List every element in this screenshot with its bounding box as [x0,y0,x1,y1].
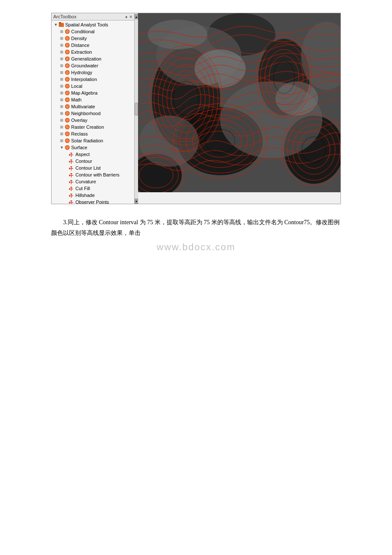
root-label: Spatial Analyst Tools [65,22,133,27]
toolbox-scrollbar[interactable]: ▲ ▼ [135,13,138,204]
tree-item-multivariate[interactable]: ⊞ Multivariate [52,103,134,110]
svg-point-8 [66,44,69,47]
item-multivariate-label: Multivariate [71,104,133,109]
tree-item-cut-fill[interactable]: ⚒ Cut Fill [52,185,134,192]
item-hydrology-label: Hydrology [71,70,133,75]
page-wrapper: ArcToolbox ♦ ✕ ▼ [0,0,392,555]
tree-item-contour-list[interactable]: ⚒ Contour List [52,165,134,171]
paragraph-section: 3.同上，修改 Contour interval 为 75 米，提取等高距为 7… [51,213,341,257]
svg-point-14 [66,64,69,67]
root-icon [58,22,64,28]
tree-item-local[interactable]: ⊞ Local [52,83,134,90]
titlebar-buttons: ♦ ✕ [125,14,133,19]
item-overlay-label: Overlay [71,118,133,123]
item-math-label: Math [71,97,133,102]
topo-map-svg [138,13,340,192]
item-local-label: Local [71,84,133,89]
tree-item-map-algebra[interactable]: ⊞ Map Algebra [52,90,134,96]
tree-item-math[interactable]: ⊞ Math [52,96,134,103]
item-aspect-label: Aspect [75,152,133,157]
toolbox-tree: ▼ Spatial Analyst Tools ⊞ [52,20,134,204]
svg-point-26 [66,105,69,108]
tree-item-interpolation[interactable]: ⊞ Interpolation [52,76,134,83]
item-observer-points-label: Observer Points [75,199,133,204]
tree-item-hydrology[interactable]: ⊞ Hydrology [52,69,134,76]
tree-item-solar-radiation[interactable]: ⊞ Solar Radiation [52,137,134,144]
item-extraction-label: Extraction [71,49,133,55]
svg-point-34 [66,133,69,136]
svg-point-18 [66,78,69,81]
tree-item-density[interactable]: ⊞ Density [52,35,134,42]
item-groundwater-label: Groundwater [71,63,133,68]
expand-icon-root: ▼ [53,22,58,27]
tree-item-contour-barriers[interactable]: ⚒ Contour with Barriers [52,171,134,178]
tree-item-hillshade[interactable]: ⚒ Hillshade [52,192,134,199]
tree-item-groundwater[interactable]: ⊞ Groundwater [52,62,134,69]
svg-point-28 [66,112,69,115]
item-raster-creation-label: Raster Creation [71,124,133,130]
item-neighborhood-label: Neighborhood [71,111,133,116]
arctoolbox-panel: ArcToolbox ♦ ✕ ▼ [52,13,135,204]
svg-point-24 [66,98,69,101]
svg-point-6 [66,37,69,40]
svg-rect-1 [59,22,61,23]
item-contour-label: Contour [75,159,133,164]
tree-item-distance[interactable]: ⊞ Distance [52,42,134,49]
item-distance-label: Distance [71,43,133,48]
titlebar-left: ArcToolbox [53,14,76,19]
item-contour-list-label: Contour List [75,165,133,171]
arctoolbox-titlebar: ArcToolbox ♦ ✕ [52,13,134,20]
watermark: www.bdocx.com [51,242,341,253]
tree-item-neighborhood[interactable]: ⊞ Neighborhood [52,110,134,117]
item-surface-label: Surface [71,145,133,150]
item-hillshade-label: Hillshade [75,193,133,198]
tree-item-aspect[interactable]: ⚒ Aspect [52,151,134,158]
svg-point-38 [66,146,69,149]
close-icon[interactable]: ✕ [129,14,133,19]
item-generalization-label: Generalization [71,56,133,61]
tree-item-curvature[interactable]: ⚒ Curvature [52,178,134,185]
item-map-algebra-label: Map Algebra [71,90,133,95]
svg-point-36 [66,139,69,142]
item-reclass-label: Reclass [71,131,133,136]
item-contour-barriers-label: Contour with Barriers [75,172,133,177]
arctoolbox-title: ArcToolbox [53,14,76,19]
item-curvature-label: Curvature [75,179,133,184]
svg-point-52 [148,20,208,49]
pin-icon[interactable]: ♦ [125,14,127,19]
svg-point-32 [66,126,69,129]
tree-item-surface[interactable]: ▼ Surface [52,144,134,151]
tree-item-generalization[interactable]: ⊞ Generalization [52,55,134,62]
item-solar-radiation-label: Solar Radiation [71,138,133,143]
tree-item-observer-points[interactable]: ⚒ Observer Points [52,199,134,204]
svg-point-10 [66,51,69,54]
tree-root-item[interactable]: ▼ Spatial Analyst Tools [52,21,134,28]
tree-item-contour[interactable]: ⚒ Contour [52,158,134,165]
svg-point-12 [66,58,69,61]
svg-point-50 [195,49,246,88]
item-interpolation-label: Interpolation [71,77,133,82]
svg-point-16 [66,71,69,74]
map-area [138,13,340,192]
paragraph-text: 3.同上，修改 Contour interval 为 75 米，提取等高距为 7… [51,217,341,238]
tree-item-extraction[interactable]: ⊞ Extraction [52,49,134,55]
svg-point-2 [62,24,64,26]
item-density-label: Density [71,36,133,41]
tree-item-raster-creation[interactable]: ⊞ Raster Creation [52,124,134,130]
svg-point-22 [66,92,69,95]
svg-point-20 [66,85,69,88]
tree-item-reclass[interactable]: ⊞ Reclass [52,130,134,137]
tree-item-overlay[interactable]: ⊞ Overlay [52,117,134,124]
tree-item-conditional[interactable]: ⊞ Conditional [52,28,134,35]
svg-point-4 [66,30,69,33]
svg-point-30 [66,119,69,122]
main-content: ArcToolbox ♦ ✕ ▼ [51,13,341,204]
item-cut-fill-label: Cut Fill [75,186,133,191]
item-conditional-label: Conditional [71,29,133,34]
